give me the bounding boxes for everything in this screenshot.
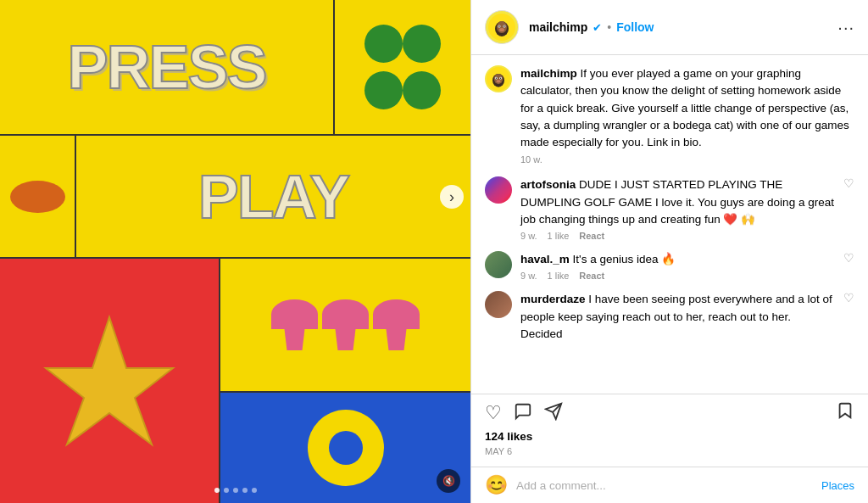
share-button[interactable] — [544, 402, 563, 424]
caption-time: 10 w. — [520, 154, 542, 165]
mushroom-stem-2 — [333, 329, 359, 350]
mushroom-top-2 — [322, 299, 369, 329]
comment-2-username[interactable]: haval._m — [520, 253, 570, 265]
comment-1-likes: 1 like — [548, 231, 570, 241]
comment-2-content: haval._m It's a genius idea 🔥 9 w. 1 lik… — [520, 251, 835, 281]
comment-3-content: murderdaze I have been seeing post every… — [520, 291, 835, 343]
caption-username[interactable]: mailchimp — [520, 67, 577, 80]
svg-marker-0 — [46, 317, 173, 444]
clover-shape — [360, 25, 445, 109]
art-top-row: PRESS — [0, 0, 470, 136]
comment-2-heart-button[interactable]: ♡ — [843, 251, 854, 281]
caption-avatar-img — [487, 67, 510, 91]
press-play-art: PRESS PLAY — [0, 0, 470, 503]
comment-1-meta: 9 w. 1 like React — [520, 231, 835, 241]
comment-2-body: It's a genius idea 🔥 — [573, 253, 676, 265]
dot-5 — [252, 488, 257, 493]
emoji-button[interactable]: 😊 — [485, 474, 508, 496]
caption-content: mailchimp If you ever played a game on y… — [520, 65, 854, 165]
comment-2-meta: 9 w. 1 like React — [520, 271, 835, 281]
next-button[interactable] — [440, 185, 464, 209]
header-username-row: mailchimp ✔ • Follow — [529, 20, 837, 34]
svg-point-15 — [500, 77, 501, 78]
press-text: PRESS — [67, 32, 265, 102]
comment-2-likes: 1 like — [548, 271, 570, 281]
play-text: PLAY — [198, 162, 348, 232]
post-header: mailchimp ✔ • Follow ··· — [471, 0, 868, 55]
comment-2-react[interactable]: React — [579, 271, 604, 281]
comment-2-time: 9 w. — [520, 271, 537, 281]
bookmark-button[interactable] — [836, 401, 854, 425]
caption-block: mailchimp If you ever played a game on y… — [485, 65, 854, 165]
follow-button[interactable]: Follow — [616, 20, 654, 34]
like-button[interactable]: ♡ — [485, 404, 502, 422]
star-icon — [42, 313, 177, 449]
svg-point-8 — [499, 28, 504, 31]
action-icons-row: ♡ — [485, 401, 854, 425]
comment-avatar-2[interactable] — [485, 251, 512, 278]
art-mid-row: PLAY — [0, 136, 470, 259]
svg-point-14 — [496, 77, 497, 78]
comment-button[interactable] — [514, 402, 532, 424]
comment-1-react[interactable]: React — [579, 231, 604, 241]
mushroom-3 — [373, 299, 420, 350]
mushroom-1 — [271, 299, 318, 350]
caption-avatar[interactable] — [485, 65, 512, 92]
header-separator: • — [607, 20, 611, 34]
comment-1-heart-button[interactable]: ♡ — [843, 176, 854, 241]
press-section: PRESS — [0, 0, 335, 134]
star-section — [0, 259, 220, 503]
mute-button[interactable]: 🔇 — [437, 469, 460, 493]
comment-1-text: artofsonia DUDE I JUST STARTED PLAYING T… — [520, 176, 835, 228]
mute-icon: 🔇 — [442, 475, 455, 487]
comment-2: haval._m It's a genius idea 🔥 9 w. 1 lik… — [485, 251, 854, 281]
play-section: PLAY — [76, 136, 470, 257]
comment-avatar-3[interactable] — [485, 291, 512, 318]
post-date: MAY 6 — [485, 446, 854, 456]
comment-2-text: haval._m It's a genius idea 🔥 — [520, 251, 835, 268]
art-right-col — [220, 259, 470, 503]
image-dots — [214, 488, 257, 493]
clover-leaf-tl — [364, 25, 403, 63]
mushroom-stem-3 — [384, 329, 409, 350]
avatar[interactable] — [485, 10, 519, 44]
comments-area[interactable]: mailchimp If you ever played a game on y… — [471, 55, 868, 394]
header-username[interactable]: mailchimp — [529, 20, 587, 34]
blob-section — [0, 136, 76, 257]
circle-in-square — [308, 410, 384, 486]
circle-section — [220, 393, 470, 503]
comment-avatar-1[interactable] — [485, 176, 512, 204]
art-bot-row — [0, 259, 470, 503]
comment-icon — [514, 402, 532, 421]
comment-3-username[interactable]: murderdaze — [520, 293, 586, 305]
dot-4 — [242, 488, 248, 493]
places-button[interactable]: Places — [821, 479, 854, 492]
dot-3 — [233, 488, 238, 493]
verified-badge: ✔ — [593, 21, 602, 34]
comment-input[interactable] — [516, 479, 813, 492]
actions-bar: ♡ 124 likes MAY 6 — [471, 394, 868, 467]
mushroom-2 — [322, 299, 369, 350]
info-panel: mailchimp ✔ • Follow ··· — [470, 0, 868, 503]
dot-1 — [214, 488, 220, 493]
share-icon — [544, 402, 563, 421]
avatar-container — [485, 10, 519, 44]
caption-meta: 10 w. — [520, 154, 854, 165]
comment-1: artofsonia DUDE I JUST STARTED PLAYING T… — [485, 176, 854, 241]
comment-1-username[interactable]: artofsonia — [520, 178, 576, 191]
mailchimp-logo — [488, 14, 515, 41]
mushroom-top — [271, 299, 318, 329]
more-options-button[interactable]: ··· — [837, 18, 854, 37]
clover-leaf-br — [403, 71, 441, 109]
comment-3-heart-button[interactable]: ♡ — [843, 291, 854, 343]
add-comment-bar: 😊 Places — [471, 467, 868, 503]
blob-shape — [10, 181, 65, 213]
image-panel: PRESS PLAY — [0, 0, 470, 503]
comment-3: murderdaze I have been seeing post every… — [485, 291, 854, 343]
comment-1-content: artofsonia DUDE I JUST STARTED PLAYING T… — [520, 176, 835, 241]
svg-point-6 — [498, 25, 500, 27]
dot-2 — [224, 488, 229, 493]
clover-leaf-bl — [364, 71, 403, 109]
likes-count: 124 likes — [485, 430, 854, 443]
mushrooms-section — [220, 259, 470, 393]
